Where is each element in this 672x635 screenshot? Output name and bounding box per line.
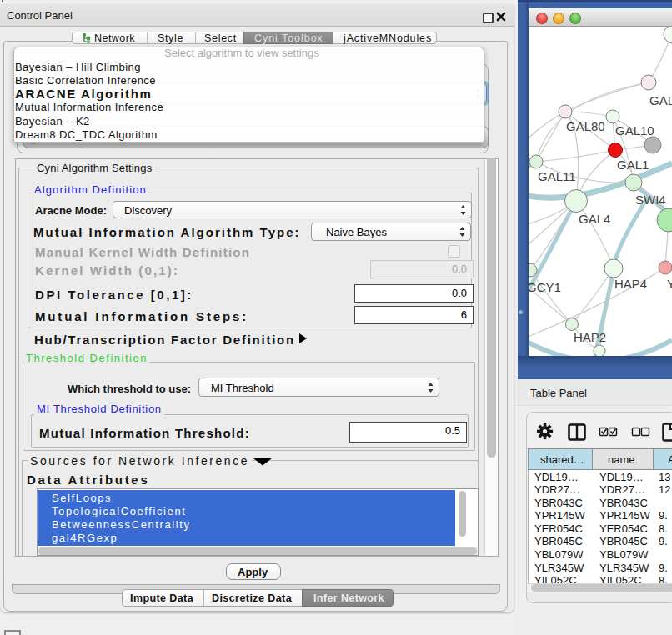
svg-text:GAL80: GAL80 bbox=[566, 119, 605, 133]
svg-text:GAL4: GAL4 bbox=[579, 212, 610, 226]
svg-text:YB: YB bbox=[667, 277, 672, 291]
svg-text:GAL1: GAL1 bbox=[617, 158, 649, 172]
svg-text:GCY1: GCY1 bbox=[529, 280, 561, 294]
svg-text:GAL11: GAL11 bbox=[538, 169, 576, 183]
svg-text:SWI4: SWI4 bbox=[635, 192, 666, 207]
svg-text:HAP4: HAP4 bbox=[614, 277, 647, 291]
svg-text:GAL10: GAL10 bbox=[615, 123, 654, 138]
svg-text:GAL2: GAL2 bbox=[649, 93, 672, 108]
svg-text:HAP2: HAP2 bbox=[574, 330, 606, 344]
